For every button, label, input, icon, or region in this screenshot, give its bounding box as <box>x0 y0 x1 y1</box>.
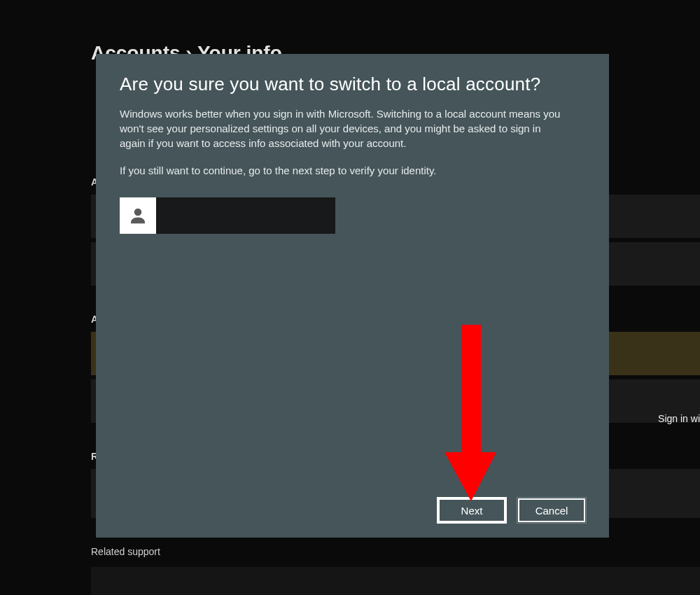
sign-in-tile[interactable]: Sign in wi <box>644 407 700 430</box>
next-button[interactable]: Next <box>438 498 505 522</box>
account-name-redacted <box>156 197 335 234</box>
dialog-paragraph-1: Windows works better when you sign in wi… <box>120 106 568 150</box>
dialog-footer: Next Cancel <box>120 498 585 522</box>
account-row <box>120 197 585 234</box>
dialog-title: Are you sure you want to switch to a loc… <box>120 74 585 95</box>
svg-point-0 <box>134 209 142 216</box>
dialog-paragraph-2: If you still want to continue, go to the… <box>120 163 568 178</box>
user-avatar-icon <box>120 197 156 234</box>
related-support-label: Related support <box>91 546 700 557</box>
bg-bottom-row <box>91 567 700 595</box>
dialog-body: Windows works better when you sign in wi… <box>120 106 568 190</box>
cancel-button[interactable]: Cancel <box>518 498 585 522</box>
switch-local-account-dialog: Are you sure you want to switch to a loc… <box>96 54 609 538</box>
